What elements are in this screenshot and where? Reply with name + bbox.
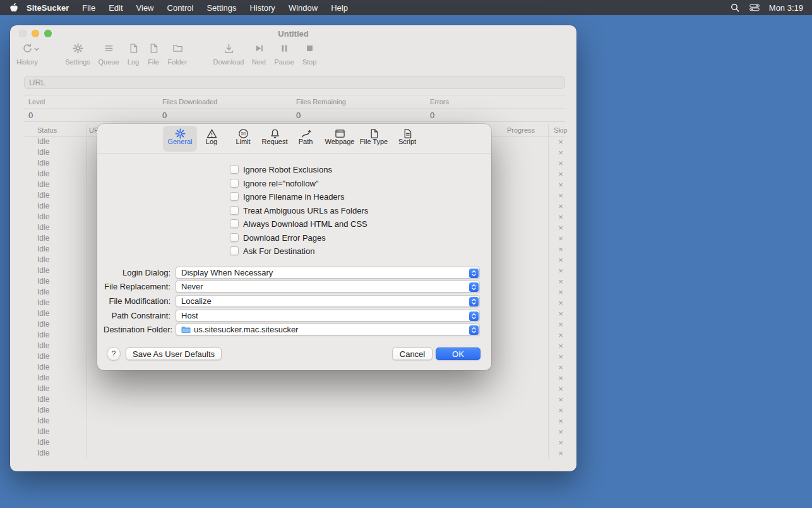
skip-button[interactable]: × — [553, 405, 568, 416]
menu-settings[interactable]: Settings — [206, 3, 236, 13]
dialog-tab-bar: General Log 50 Limit Request Path Webpag… — [97, 124, 491, 154]
menu-edit[interactable]: Edit — [109, 3, 122, 13]
skip-button[interactable]: × — [553, 341, 568, 351]
skip-button[interactable]: × — [553, 308, 568, 319]
checkbox-row-ignore-filename-in-headers[interactable]: Ignore Filename in Headers — [230, 191, 344, 202]
row-status: Idle — [37, 287, 49, 298]
skip-button[interactable]: × — [553, 179, 568, 190]
skip-button[interactable]: × — [553, 222, 568, 233]
toolbar-folder-button[interactable]: Folder — [155, 43, 200, 66]
skip-button[interactable]: × — [553, 169, 568, 179]
stat-value-errors: 0 — [430, 109, 434, 123]
column-header-progress: Progress — [507, 124, 535, 136]
skip-button[interactable]: × — [553, 147, 568, 158]
tab-request[interactable]: Request — [258, 126, 292, 152]
help-button[interactable]: ? — [107, 347, 121, 361]
url-input[interactable] — [24, 76, 565, 89]
save-defaults-button[interactable]: Save As User Defaults — [126, 348, 222, 360]
checkbox-row-download-error-pages[interactable]: Download Error Pages — [230, 232, 326, 243]
row-status: Idle — [37, 394, 49, 405]
search-icon[interactable] — [730, 3, 740, 13]
checkbox-row-ignore-rel-nofollow[interactable]: Ignore rel="nofollow" — [230, 178, 318, 189]
skip-button[interactable]: × — [553, 416, 568, 426]
skip-button[interactable]: × — [553, 448, 568, 459]
menu-help[interactable]: Help — [331, 3, 348, 13]
toolbar-stop-button[interactable]: Stop — [287, 43, 331, 66]
skip-button[interactable]: × — [553, 244, 568, 255]
checkbox-ignore-filename-in-headers[interactable] — [230, 192, 239, 201]
skip-button[interactable]: × — [553, 158, 568, 169]
row-status: Idle — [37, 448, 49, 459]
file-replacement-select[interactable]: Never — [176, 281, 480, 293]
skip-button[interactable]: × — [553, 233, 568, 244]
apple-menu-icon[interactable] — [9, 3, 19, 13]
destination-folder-select[interactable]: us.sitesucker.mac.sitesucker — [176, 324, 480, 336]
skip-button[interactable]: × — [553, 351, 568, 362]
cancel-button[interactable]: Cancel — [392, 348, 433, 360]
login-dialog-select[interactable]: Display When Necessary — [176, 267, 480, 279]
checkbox-always-download-html-and-css[interactable] — [230, 219, 239, 228]
tab-general[interactable]: General — [163, 126, 197, 152]
tab-limit[interactable]: 50 Limit — [226, 126, 260, 152]
tab-webpage[interactable]: Webpage — [323, 126, 357, 152]
checkbox-row-ignore-robot-exclusions[interactable]: Ignore Robot Exclusions — [230, 164, 332, 175]
checkbox-treat-ambiguous-urls-as-folders[interactable] — [230, 206, 239, 215]
tab-file-type[interactable]: File Type — [357, 126, 391, 152]
skip-button[interactable]: × — [553, 362, 568, 373]
skip-button[interactable]: × — [553, 201, 568, 212]
menu-view[interactable]: View — [136, 3, 154, 13]
ok-button[interactable]: OK — [436, 348, 481, 360]
stat-value-level: 0 — [28, 109, 33, 123]
path-constraint-select[interactable]: Host — [176, 310, 480, 322]
stat-label-level: Level — [28, 95, 45, 108]
select-row-login-dialog: Login Dialog: Display When Necessary — [104, 267, 480, 279]
stepper-icon — [469, 269, 479, 278]
menu-control[interactable]: Control — [167, 3, 194, 13]
checkbox-download-error-pages[interactable] — [230, 233, 239, 242]
stat-label-files-downloaded: Files Downloaded — [162, 95, 217, 108]
checkbox-ignore-rel-nofollow[interactable] — [230, 179, 239, 188]
skip-button[interactable]: × — [553, 255, 568, 265]
row-status: Idle — [37, 276, 49, 287]
menu-history[interactable]: History — [249, 3, 275, 13]
menu-window[interactable]: Window — [289, 3, 318, 13]
tab-script[interactable]: Script — [390, 126, 424, 152]
checkbox-ask-for-destination[interactable] — [230, 246, 239, 255]
skip-button[interactable]: × — [553, 330, 568, 341]
tab-path[interactable]: Path — [289, 126, 323, 152]
checkbox-ignore-robot-exclusions[interactable] — [230, 165, 239, 174]
checkbox-row-treat-ambiguous-urls-as-folders[interactable]: Treat Ambiguous URLs as Folders — [230, 205, 368, 216]
tab-log[interactable]: Log — [194, 126, 229, 152]
menu-app-name[interactable]: SiteSucker — [27, 3, 69, 13]
skip-button[interactable]: × — [553, 373, 568, 384]
menu-clock[interactable]: Mon 3:19 — [769, 3, 803, 13]
row-status: Idle — [37, 201, 49, 212]
toolbar-history-button[interactable]: History — [5, 43, 49, 66]
skip-button[interactable]: × — [553, 212, 568, 222]
skip-button[interactable]: × — [553, 136, 568, 147]
warning-icon — [194, 126, 229, 138]
gauge-icon: 50 — [226, 126, 260, 138]
row-status: Idle — [37, 308, 49, 319]
settings-icon — [73, 43, 83, 55]
row-status: Idle — [37, 255, 49, 265]
menu-file[interactable]: File — [82, 3, 95, 13]
skip-button[interactable]: × — [553, 394, 568, 405]
checkbox-row-always-download-html-and-css[interactable]: Always Download HTML and CSS — [230, 218, 367, 229]
control-center-icon[interactable] — [749, 3, 760, 13]
file-modification-select[interactable]: Localize — [176, 295, 480, 307]
skip-button[interactable]: × — [553, 426, 568, 437]
skip-button[interactable]: × — [553, 190, 568, 201]
skip-button[interactable]: × — [553, 265, 568, 276]
skip-button[interactable]: × — [553, 276, 568, 287]
skip-button[interactable]: × — [553, 319, 568, 330]
skip-button[interactable]: × — [553, 287, 568, 298]
stepper-icon — [469, 297, 479, 306]
skip-button[interactable]: × — [553, 298, 568, 308]
select-row-destination-folder: Destination Folder: us.sitesucker.mac.si… — [104, 324, 480, 336]
skip-button[interactable]: × — [553, 384, 568, 394]
folder-icon — [172, 43, 183, 55]
row-status: Idle — [37, 136, 49, 147]
skip-button[interactable]: × — [553, 437, 568, 448]
checkbox-row-ask-for-destination[interactable]: Ask For Destination — [230, 245, 314, 257]
